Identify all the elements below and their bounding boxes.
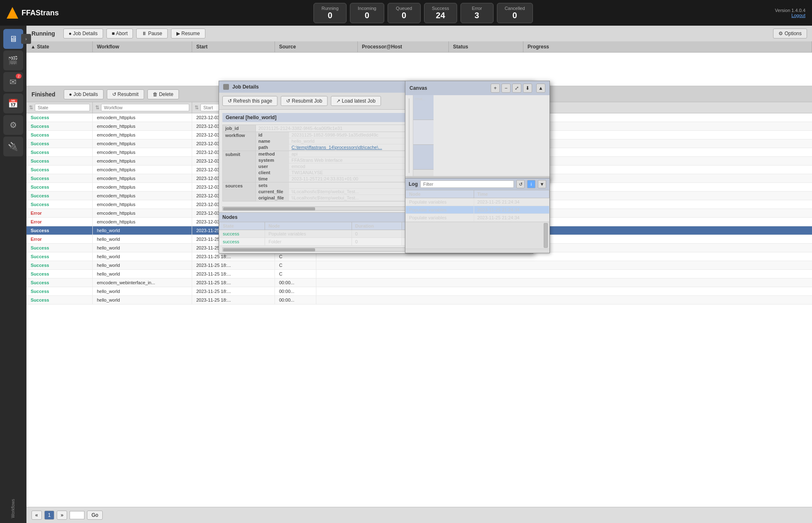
- pill-running[interactable]: Running 0: [313, 3, 347, 23]
- modal-scrollbar[interactable]: [222, 206, 530, 211]
- nodes-scrollbar[interactable]: [222, 247, 530, 252]
- pill-error[interactable]: Error 3: [460, 3, 494, 23]
- nodes-table: State Node Duration Start H success Popu…: [219, 222, 533, 246]
- row16-state: Success: [27, 252, 93, 261]
- nodes-section: Nodes ▼ State Node Duration Start H succ…: [219, 212, 533, 246]
- info-table: job_id 20231125-2124-3382-9f45-4ca06f9c1…: [222, 125, 530, 202]
- info-row-sources: sources sets current_file \\Localhost\c$…: [223, 182, 530, 202]
- finished-row-19[interactable]: Success emcodem_webinterface_in... 2023-…: [27, 278, 812, 287]
- finished-job-details-button[interactable]: ● Job Details: [64, 89, 104, 99]
- finished-row-21[interactable]: Success hello_world 2023-11-25 18:... 00…: [27, 296, 812, 305]
- nodes-tbody: success Populate variables 0 2023-11-25 …: [219, 230, 533, 246]
- row21-col4: 00:00...: [275, 296, 316, 304]
- col-workflow: Workflow: [93, 41, 192, 52]
- version-text: Version 1.4.0.4: [775, 8, 805, 13]
- submit-user-row: user emcod: [256, 163, 529, 170]
- resubmit-job-button[interactable]: ↺ Resubmit Job: [281, 96, 328, 106]
- sidebar-item-monitor[interactable]: 🖥: [3, 29, 23, 49]
- row5-state: Success: [27, 157, 93, 165]
- scrollbar-thumb: [223, 207, 315, 211]
- sidebar-item-settings[interactable]: ⚙: [3, 115, 23, 135]
- finished-row-17[interactable]: Success hello_world 2023-11-25 18:... C: [27, 261, 812, 270]
- pill-incoming[interactable]: Incoming 0: [350, 3, 384, 23]
- info-row-jobid: job_id 20231125-2124-3382-9f45-4ca06f9c1…: [223, 125, 530, 132]
- wf-path-value: C:\temp\ffastrans_14\processors\db\cache…: [289, 144, 529, 151]
- info-label-jobid: job_id: [223, 125, 256, 132]
- status-pills: Running 0 Incoming 0 Queued 0 Success 24…: [71, 3, 775, 23]
- row3-state: Success: [27, 139, 93, 148]
- pill-queued[interactable]: Queued 0: [388, 3, 421, 23]
- wf-path-link[interactable]: C:\temp\ffastrans_14\processors\db\cache…: [292, 145, 382, 150]
- col-status: Status: [449, 41, 523, 52]
- finished-row-16[interactable]: Success hello_world 2023-11-25 18:... C: [27, 252, 812, 261]
- finished-resubmit-button[interactable]: ↺ Resubmit: [107, 89, 144, 99]
- col-start: Start: [192, 41, 275, 52]
- pill-success[interactable]: Success 24: [424, 3, 457, 23]
- row20-col4: 00:00...: [275, 287, 316, 295]
- nodes-row-2: success Folder 0 2023-11-25 21:24:34 TWI…: [219, 238, 533, 246]
- sidebar-item-schedule[interactable]: 📅: [3, 94, 23, 113]
- row19-state: Success: [27, 278, 93, 287]
- filter-state-input[interactable]: [35, 104, 90, 111]
- info-value-jobid: 20231125-2124-3382-9f45-4ca06f9c1e31: [256, 125, 530, 132]
- refresh-page-button[interactable]: ↺ Refresh this page: [222, 96, 277, 106]
- nodes-col-start: Start: [402, 222, 498, 230]
- sm-label: method: [256, 151, 289, 157]
- pagination-prev[interactable]: «: [31, 511, 42, 520]
- row17-workflow: hello_world: [93, 261, 192, 269]
- row18-col4: C: [275, 270, 316, 278]
- pill-cancelled[interactable]: Cancelled 0: [497, 3, 533, 23]
- pagination-go[interactable]: Go: [87, 511, 103, 520]
- running-options-button[interactable]: ⚙ Options: [773, 29, 807, 38]
- node1-state: success: [219, 230, 265, 238]
- load-latest-job-button[interactable]: ↗ Load latest Job: [331, 96, 381, 106]
- workflow-sub-table: id 20231125-1852-5998-95d9-1a35d9edd49c …: [256, 132, 529, 151]
- pill-incoming-count: 0: [365, 11, 369, 20]
- modal-close[interactable]: ✕: [522, 84, 529, 90]
- pagination-page-1[interactable]: 1: [44, 511, 55, 520]
- row17-col4: C: [275, 261, 316, 269]
- finished-delete-button[interactable]: 🗑 Delete: [147, 89, 179, 99]
- nodes-scrollbar-thumb: [223, 248, 315, 252]
- row6-workflow: emcodem_httpplus: [93, 166, 192, 174]
- sidebar-toggle[interactable]: ›: [21, 34, 31, 44]
- general-section-collapse[interactable]: ▲ ▼: [515, 115, 526, 120]
- row11-state: Error: [27, 209, 93, 217]
- col-processor: Processor@Host: [358, 41, 449, 52]
- row14-state: Error: [27, 235, 93, 243]
- finished-row-18[interactable]: Success hello_world 2023-11-25 18:... C: [27, 270, 812, 278]
- sidebar-item-media[interactable]: 🎬: [3, 50, 23, 70]
- pill-success-label: Success: [432, 6, 449, 11]
- pagination-next[interactable]: »: [57, 511, 67, 520]
- row8-state: Success: [27, 183, 93, 191]
- modal-maximize[interactable]: □: [514, 84, 520, 90]
- row5-workflow: emcodem_httpplus: [93, 157, 192, 165]
- filter-workflow-cell: ⇅: [93, 102, 192, 113]
- logout-link[interactable]: Logout: [791, 13, 805, 18]
- info-value-sources: sets current_file \\Localhost\c$\temp\we…: [256, 182, 530, 202]
- pagination-page-input[interactable]: [70, 511, 84, 519]
- pill-queued-label: Queued: [396, 6, 412, 11]
- info-label-submit: submit: [223, 151, 256, 182]
- sidebar-item-plugin[interactable]: 🔌: [3, 137, 23, 156]
- nodes-collapse[interactable]: ▼: [525, 214, 530, 220]
- running-resume-button[interactable]: ▶ Resume: [171, 29, 205, 38]
- src-orig-value: \\Localhost\c$\temp\webui_Test...: [289, 195, 529, 201]
- row21-start: 2023-11-25 18:...: [192, 296, 275, 304]
- version-area: Version 1.4.0.4 Logout: [775, 8, 805, 18]
- info-value-submit: method api system FFAStrans Web Interfac…: [256, 151, 530, 182]
- workflow-path-row: path C:\temp\ffastrans_14\processors\db\…: [256, 144, 529, 151]
- row8-workflow: emcodem_httpplus: [93, 183, 192, 191]
- finished-row-20[interactable]: Success hello_world 2023-11-25 18:... 00…: [27, 287, 812, 296]
- filter-workflow-input[interactable]: [101, 104, 189, 111]
- general-section-header: General [hello_world] ▲ ▼: [222, 113, 530, 122]
- sort-icon-workflow: ⇅: [95, 105, 99, 110]
- running-job-details-button[interactable]: ● Job Details: [63, 29, 103, 38]
- running-pause-button[interactable]: ⏸ Pause: [136, 29, 167, 38]
- running-abort-button[interactable]: ■ Abort: [106, 29, 133, 38]
- row7-state: Success: [27, 174, 93, 182]
- submit-sub-table: method api system FFAStrans Web Interfac…: [256, 151, 529, 182]
- row1-state: Success: [27, 122, 93, 130]
- sidebar-item-mail[interactable]: ✉ 2: [3, 72, 23, 92]
- modal-minimize[interactable]: _: [506, 84, 512, 90]
